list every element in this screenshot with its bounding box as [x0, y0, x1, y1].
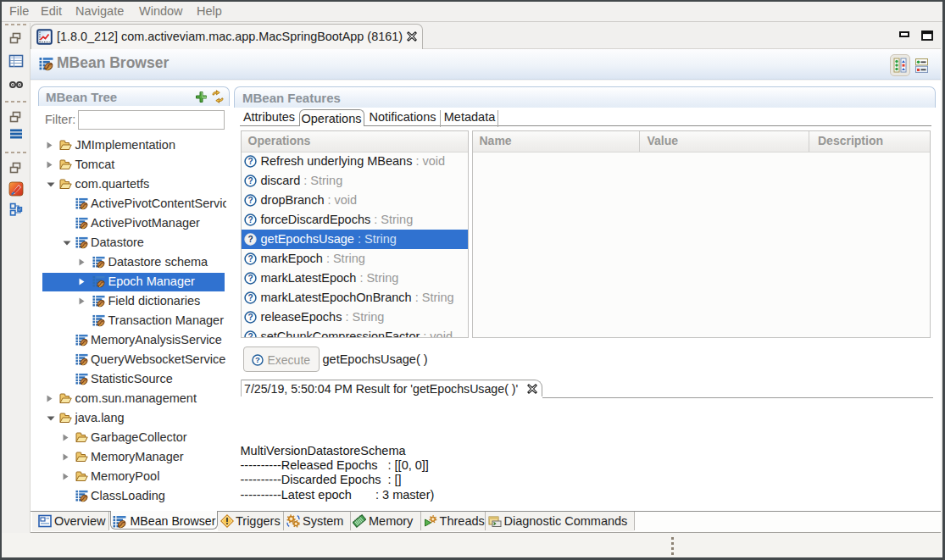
svg-text:?: ?	[255, 355, 260, 364]
svg-text:?: ?	[247, 254, 253, 263]
svg-text:?: ?	[247, 332, 253, 337]
svg-text:?: ?	[247, 157, 253, 166]
svg-text:?: ?	[247, 293, 253, 302]
svg-text:?: ?	[247, 235, 253, 244]
svg-text:?: ?	[247, 196, 253, 205]
svg-text:?: ?	[247, 274, 253, 283]
svg-text:?: ?	[247, 176, 253, 186]
svg-text:?: ?	[247, 215, 253, 225]
svg-text:?: ?	[247, 313, 253, 322]
